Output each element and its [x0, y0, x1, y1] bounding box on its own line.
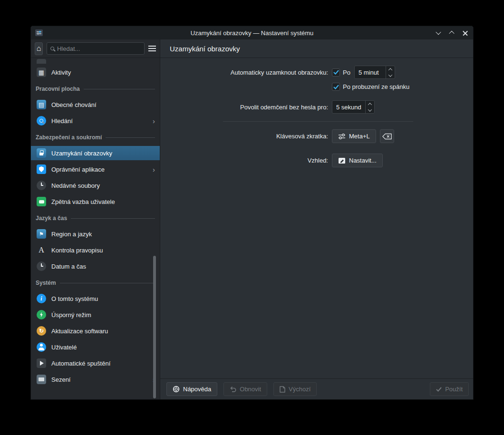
sidebar-item-application-permissions[interactable]: Oprávnění aplikace: [31, 162, 160, 176]
sidebar-item-label: Sezení: [51, 376, 70, 383]
sidebar-item-software-updates[interactable]: Aktualizace softwaru: [31, 324, 160, 338]
sidebar-item-spellcheck[interactable]: Kontrola pravopisu: [31, 243, 160, 257]
search-input[interactable]: [57, 45, 141, 52]
recent-files-icon: [37, 181, 46, 190]
sidebar-item-label: Aktualizace softwaru: [51, 328, 108, 335]
sidebar-item-label: Hledání: [51, 117, 73, 125]
spin-down-icon[interactable]: [386, 72, 395, 78]
apply-button[interactable]: Použít: [430, 382, 469, 396]
main-panel: Uzamykání obrazovky Automaticky uzamknou…: [160, 39, 473, 399]
appearance-label: Vzhled:: [170, 157, 328, 164]
sidebar-item-label: Uzamykání obrazovky: [51, 150, 112, 157]
shortcut-button[interactable]: Meta+L: [332, 129, 376, 143]
help-label: Nápověda: [183, 386, 211, 393]
sidebar-item-label: Oprávnění aplikace: [51, 166, 105, 173]
apply-check-icon: [436, 387, 442, 392]
defaults-button[interactable]: Výchozí: [273, 382, 317, 396]
appearance-row: Vzhled: Nastavit...: [170, 154, 464, 167]
sidebar-section-system: Systém: [31, 277, 160, 289]
footer-bar: Nápověda Obnovit Výchozí: [160, 378, 473, 399]
sidebar-item-label: Region a jazyk: [51, 231, 92, 238]
sidebar-scrollbar[interactable]: [153, 256, 156, 398]
chevron-right-icon: [153, 117, 155, 125]
main-header: Uzamykání obrazovky: [160, 39, 473, 58]
sidebar-item-partial[interactable]: [31, 59, 160, 64]
sidebar-item-region-language[interactable]: Region a jazyk: [31, 227, 160, 241]
titlebar[interactable]: Uzamykání obrazovky — Nastavení systému: [31, 26, 473, 39]
reset-label: Obnovit: [240, 386, 261, 393]
region-language-icon: [37, 229, 46, 239]
sidebar-item-label: O tomto systému: [51, 295, 98, 302]
sidebar-item-users[interactable]: Uživatelé: [31, 340, 160, 354]
sidebar-item-label: Automatické spuštění: [51, 360, 110, 367]
help-button[interactable]: Nápověda: [166, 382, 217, 396]
about-system-icon: [37, 294, 46, 303]
sidebar-item-autostart[interactable]: Automatické spuštění: [31, 356, 160, 370]
sidebar-section-language-time: Jazyk a čas: [31, 213, 160, 224]
maximize-icon[interactable]: [447, 29, 456, 37]
document-icon: [280, 386, 285, 393]
date-time-icon: [37, 261, 46, 271]
system-settings-window: Uzamykání obrazovky — Nastavení systému: [30, 26, 474, 400]
user-feedback-icon: [37, 197, 46, 206]
sidebar-item-session[interactable]: Sezení: [31, 372, 160, 387]
sidebar-item-label: Datum a čas: [51, 263, 86, 270]
partial-item-icon: [37, 59, 46, 64]
autostart-icon: [37, 358, 46, 368]
auto-lock-label: Automaticky uzamknout obrazovku:: [170, 69, 328, 76]
wake-lock-row: Po probuzení ze spánku: [170, 83, 464, 91]
sidebar-item-recent-files[interactable]: Nedávné soubory: [31, 178, 160, 193]
home-button[interactable]: [35, 42, 43, 55]
wake-lock-checkbox[interactable]: Po probuzení ze spánku: [332, 83, 409, 91]
auto-lock-checkbox[interactable]: Po: [332, 68, 350, 77]
sidebar-item-label: Zpětná vazba uživatele: [51, 198, 115, 205]
sidebar-section-workspace: Pracovní plocha: [31, 83, 160, 95]
grace-period-value: 5 sekund: [332, 101, 365, 113]
lock-after-spinbox[interactable]: 5 minut: [354, 66, 395, 79]
spin-down-icon[interactable]: [366, 107, 374, 113]
help-icon: [173, 386, 180, 393]
auto-lock-row: Automaticky uzamknout obrazovku: Po 5 mi…: [170, 66, 464, 79]
sidebar-item-label: Aktivity: [51, 69, 71, 76]
sidebar-item-label: Obecné chování: [51, 101, 97, 108]
sidebar: Aktivity Pracovní plocha Obecné chování …: [31, 39, 160, 399]
sidebar-item-label: Úsporný režim: [51, 311, 91, 319]
checkbox-checked-icon: [332, 68, 340, 77]
sidebar-item-user-feedback[interactable]: Zpětná vazba uživatele: [31, 194, 160, 209]
configure-appearance-label: Nastavit...: [349, 157, 377, 164]
checkbox-checked-icon: [332, 83, 340, 91]
sidebar-item-search[interactable]: Hledání: [31, 114, 160, 128]
clear-shortcut-button[interactable]: [380, 129, 394, 143]
hamburger-menu-icon[interactable]: [148, 42, 156, 55]
grace-period-spinbox[interactable]: 5 sekund: [332, 100, 375, 114]
shortcut-value: Meta+L: [349, 133, 370, 140]
sidebar-item-label: Uživatelé: [51, 344, 77, 351]
sidebar-item-power-saving[interactable]: Úsporný režim: [31, 308, 160, 322]
spin-up-icon[interactable]: [366, 101, 374, 107]
lock-after-value: 5 minut: [355, 66, 386, 78]
window-title: Uzamykání obrazovky — Nastavení systému: [31, 29, 473, 37]
apply-label: Použít: [445, 386, 463, 393]
sidebar-item-label: Nedávné soubory: [51, 182, 100, 189]
sidebar-section-security-privacy: Zabezpečení a soukromí: [31, 132, 160, 143]
sidebar-item-activities[interactable]: Aktivity: [31, 65, 160, 79]
search-icon: [50, 47, 54, 50]
reset-button[interactable]: Obnovit: [223, 382, 267, 396]
shortcut-label: Klávesová zkratka:: [170, 133, 328, 140]
backspace-icon: [382, 133, 392, 140]
session-icon: [37, 375, 46, 384]
sidebar-item-date-time[interactable]: Datum a čas: [31, 259, 160, 273]
sidebar-item-about-system[interactable]: O tomto systému: [31, 291, 160, 306]
search-box[interactable]: [47, 42, 145, 55]
software-updates-icon: [37, 326, 46, 336]
page-title: Uzamykání obrazovky: [170, 45, 240, 53]
configure-appearance-button[interactable]: Nastavit...: [332, 154, 383, 167]
users-icon: [37, 342, 46, 352]
chevron-right-icon: [153, 166, 155, 173]
sidebar-item-general-behavior[interactable]: Obecné chování: [31, 97, 160, 112]
spin-up-icon[interactable]: [386, 66, 395, 72]
close-icon[interactable]: [461, 29, 469, 37]
sidebar-item-screen-locking[interactable]: Uzamykání obrazovky: [31, 146, 160, 160]
minimize-icon[interactable]: [434, 29, 443, 37]
after-label: Po: [343, 69, 350, 76]
